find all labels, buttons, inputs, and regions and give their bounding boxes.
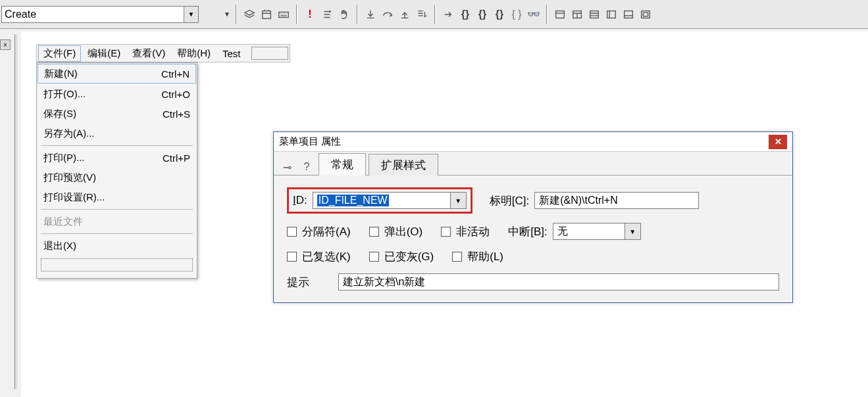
list-icon[interactable] bbox=[319, 6, 336, 23]
checkbox-icon bbox=[441, 227, 451, 237]
properties-dialog: 菜单项目 属性 ✕ ⊸ ? 常规 扩展样式 ID: ID_FILE_NEW ▼ … bbox=[273, 131, 793, 303]
menu-top-view[interactable]: 查看(V) bbox=[127, 45, 170, 62]
menu-separator bbox=[41, 209, 193, 210]
splitter-handle[interactable] bbox=[14, 34, 18, 389]
break-combo[interactable]: 无 bbox=[553, 223, 625, 240]
close-button[interactable]: ✕ bbox=[769, 135, 787, 149]
caption-field[interactable]: 新建(&N)\tCtrl+N bbox=[534, 192, 699, 209]
break-label: 中断[B]: bbox=[508, 224, 548, 239]
pin-icon[interactable]: ⊸ bbox=[279, 159, 295, 175]
class-combo-value: Create bbox=[5, 9, 36, 20]
keyboard-icon[interactable] bbox=[275, 6, 292, 23]
run-to-cursor-icon[interactable] bbox=[413, 6, 430, 23]
chevron-down-icon[interactable]: ▼ bbox=[451, 192, 467, 209]
svg-rect-6 bbox=[607, 11, 616, 18]
menu-new-item-slot[interactable] bbox=[41, 258, 193, 271]
svg-rect-3 bbox=[556, 11, 565, 18]
menu-separator bbox=[41, 145, 193, 146]
menu-item-recent[interactable]: 最近文件 bbox=[37, 212, 197, 231]
menu-separator bbox=[41, 233, 193, 234]
menu-item-print[interactable]: 打印(P)... Ctrl+P bbox=[37, 148, 197, 168]
chk-checked[interactable]: 已复选(K) bbox=[287, 249, 351, 264]
main-toolbar: Create ▼ ▼ ! {} {} {} { } 👓 bbox=[0, 0, 868, 29]
close-icon[interactable]: × bbox=[0, 39, 11, 50]
menu-top-test[interactable]: Test bbox=[217, 46, 246, 61]
wand-icon[interactable] bbox=[203, 6, 220, 23]
chevron-down-icon[interactable]: ▼ bbox=[222, 6, 232, 23]
class-combo[interactable]: Create ▼ bbox=[1, 6, 199, 23]
tab-extended[interactable]: 扩展样式 bbox=[369, 154, 438, 175]
toolbar-separator bbox=[434, 5, 436, 24]
menu-item-open[interactable]: 打开(O)... Ctrl+O bbox=[37, 84, 197, 104]
menu-item-save[interactable]: 保存(S) Ctrl+S bbox=[37, 104, 197, 124]
caption-label: 标明[C]: bbox=[490, 193, 529, 208]
id-combo[interactable]: ID_FILE_NEW bbox=[313, 192, 451, 209]
id-highlight-box: ID: ID_FILE_NEW ▼ bbox=[287, 187, 472, 214]
svg-rect-5 bbox=[590, 11, 599, 18]
menu-item-saveas[interactable]: 另存为(A)... bbox=[37, 124, 197, 143]
braces-over-icon[interactable]: {} bbox=[474, 6, 491, 23]
window6-icon[interactable] bbox=[637, 6, 654, 23]
id-value: ID_FILE_NEW bbox=[317, 195, 389, 206]
prompt-field[interactable]: 建立新文档\n新建 bbox=[338, 273, 779, 291]
braces-icon[interactable]: { } bbox=[508, 6, 525, 23]
toolbar-separator bbox=[546, 5, 548, 24]
dialog-title: 菜单项目 属性 bbox=[279, 135, 341, 148]
id-label: ID: bbox=[293, 194, 307, 207]
step-into-icon[interactable] bbox=[362, 6, 379, 23]
left-dock: × bbox=[0, 34, 21, 389]
help-icon[interactable]: ? bbox=[299, 159, 315, 175]
window2-icon[interactable] bbox=[569, 6, 586, 23]
hand-icon[interactable] bbox=[336, 6, 353, 23]
toolbar-separator bbox=[357, 5, 358, 24]
menu-item-new[interactable]: 新建(N) Ctrl+N bbox=[38, 64, 196, 83]
braces-out-icon[interactable]: {} bbox=[491, 6, 508, 23]
toolbar-separator bbox=[236, 5, 237, 24]
checkbox-icon bbox=[369, 252, 379, 262]
checkbox-icon bbox=[287, 252, 297, 262]
svg-rect-8 bbox=[642, 11, 650, 18]
svg-rect-1 bbox=[279, 12, 288, 17]
chk-separator[interactable]: 分隔符(A) bbox=[287, 224, 351, 239]
menu-new-item-slot[interactable] bbox=[251, 47, 288, 60]
menu-item-exit[interactable]: 退出(X) bbox=[37, 236, 197, 256]
svg-rect-0 bbox=[263, 11, 271, 18]
checkbox-icon bbox=[287, 227, 297, 237]
checkbox-icon bbox=[369, 227, 379, 237]
tab-general[interactable]: 常规 bbox=[319, 153, 366, 175]
glasses-icon[interactable]: 👓 bbox=[525, 6, 542, 23]
chk-popup[interactable]: 弹出(O) bbox=[369, 224, 423, 239]
dialog-body: ID: ID_FILE_NEW ▼ 标明[C]: 新建(&N)\tCtrl+N … bbox=[274, 175, 792, 302]
dialog-title-bar[interactable]: 菜单项目 属性 ✕ bbox=[274, 132, 792, 152]
menu-top-edit[interactable]: 编辑(E) bbox=[82, 45, 126, 62]
braces-step-icon[interactable]: {} bbox=[457, 6, 474, 23]
menu-item-print-setup[interactable]: 打印设置(R)... bbox=[37, 187, 197, 207]
arrow-right-icon[interactable] bbox=[440, 6, 457, 23]
menu-editor-bar: 文件(F) 编辑(E) 查看(V) 帮助(H) Test bbox=[36, 44, 290, 62]
chk-inactive[interactable]: 非活动 bbox=[441, 224, 490, 239]
svg-rect-9 bbox=[643, 12, 648, 16]
step-over-icon[interactable] bbox=[379, 6, 396, 23]
window5-icon[interactable] bbox=[620, 6, 637, 23]
checkbox-icon bbox=[452, 252, 462, 262]
menu-item-print-preview[interactable]: 打印预览(V) bbox=[37, 168, 197, 187]
dialog-tab-strip: ⊸ ? 常规 扩展样式 bbox=[274, 152, 792, 175]
window4-icon[interactable] bbox=[603, 6, 620, 23]
menu-top-help[interactable]: 帮助(H) bbox=[172, 45, 216, 62]
exclamation-icon[interactable]: ! bbox=[301, 6, 319, 23]
prompt-label: 提示 bbox=[287, 275, 333, 290]
menu-top-file[interactable]: 文件(F) bbox=[38, 45, 81, 62]
chevron-down-icon[interactable]: ▼ bbox=[184, 7, 198, 22]
window1-icon[interactable] bbox=[551, 6, 569, 23]
step-out-icon[interactable] bbox=[396, 6, 413, 23]
toolbar-separator bbox=[296, 5, 297, 24]
calendar-icon[interactable] bbox=[258, 6, 275, 23]
window3-icon[interactable] bbox=[586, 6, 603, 23]
chevron-down-icon[interactable]: ▼ bbox=[625, 223, 641, 240]
file-menu-dropdown: 新建(N) Ctrl+N 打开(O)... Ctrl+O 保存(S) Ctrl+… bbox=[36, 62, 197, 279]
layers-icon[interactable] bbox=[241, 6, 258, 23]
svg-rect-7 bbox=[625, 11, 633, 18]
chk-grayed[interactable]: 已变灰(G) bbox=[369, 249, 434, 264]
chk-help[interactable]: 帮助(L) bbox=[452, 249, 503, 264]
